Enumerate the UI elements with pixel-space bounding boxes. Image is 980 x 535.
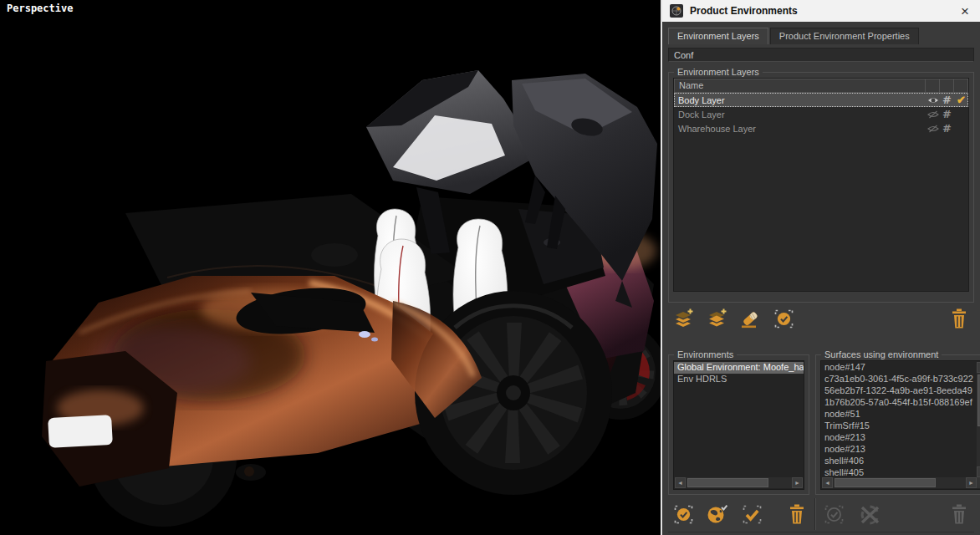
select-check-icon <box>773 308 795 330</box>
add-sublayer-button[interactable] <box>704 306 729 331</box>
close-button[interactable]: × <box>957 4 972 18</box>
scrollbar-thumb[interactable] <box>835 478 936 487</box>
left-arrow-icon: ◄ <box>824 480 830 486</box>
scroll-left-button[interactable]: ◄ <box>822 477 833 488</box>
visibility-toggle[interactable] <box>926 96 940 104</box>
visibility-toggle[interactable] <box>926 125 940 133</box>
environments-toolbar <box>668 498 812 530</box>
active-column-header <box>954 79 968 93</box>
surface-item[interactable]: c73a1eb0-3061-4f5c-a99f-b733c922 <box>821 374 977 385</box>
surface-item[interactable]: 1b76b205-57a0-454f-b15f-088169ef <box>821 397 977 409</box>
bottom-groups: Environments Global Environment: Moofe_h… <box>668 344 974 495</box>
eye-slash-icon <box>927 125 939 133</box>
trash-icon <box>949 308 969 329</box>
select-check-icon <box>823 503 845 526</box>
active-check[interactable]: ✔ <box>954 94 968 106</box>
conf-field[interactable]: Conf <box>668 48 974 62</box>
select-environment-button[interactable] <box>671 502 696 527</box>
eye-slash-icon <box>927 110 939 119</box>
surfaces-group-title: Surfaces using environment <box>821 349 942 359</box>
right-arrow-icon: ► <box>794 480 800 486</box>
layer-row-dock-layer[interactable]: Dock Layer # <box>674 107 968 121</box>
check-icon: ✔ <box>957 94 966 106</box>
surface-item[interactable]: node#213 <box>821 432 977 444</box>
surface-item[interactable]: TrimSrf#15 <box>821 420 977 432</box>
surface-item[interactable]: shell#406 <box>821 456 977 467</box>
viewport-3d[interactable]: Perspective <box>0 0 662 535</box>
hash-indicator[interactable]: # <box>940 108 954 120</box>
environments-group: Environments Global Environment: Moofe_h… <box>668 354 809 495</box>
hash-column-header <box>940 79 954 93</box>
surface-item[interactable]: node#51 <box>821 409 977 420</box>
layer-table-header: Name <box>674 79 968 93</box>
set-global-environment-button[interactable] <box>705 502 730 527</box>
scroll-right-button[interactable]: ► <box>792 477 803 488</box>
vertical-scrollbar[interactable]: ▲ ▼ <box>977 362 980 477</box>
surface-item[interactable]: 56eb2b7f-1322-4a9b-ae91-8eeda49 <box>821 385 977 397</box>
scroll-left-button[interactable]: ◄ <box>675 477 686 488</box>
trash-icon <box>949 503 969 525</box>
left-arrow-icon: ◄ <box>677 480 683 486</box>
tab-bar: Environment Layers Product Environment P… <box>668 28 974 44</box>
panel-body: Environment Layers Product Environment P… <box>662 28 980 535</box>
apply-environment-button[interactable] <box>739 502 764 527</box>
surface-item[interactable]: node#213 <box>821 444 977 456</box>
layers-toolbar <box>668 303 974 334</box>
horizontal-scrollbar[interactable]: ◄ ► <box>675 477 803 488</box>
select-surface-button-disabled[interactable] <box>821 502 846 527</box>
car-render <box>0 0 662 535</box>
delete-layer-button[interactable] <box>947 306 972 331</box>
scroll-down-button[interactable]: ▼ <box>977 466 980 477</box>
horizontal-scrollbar[interactable]: ◄ ► <box>822 477 977 488</box>
tab-environment-layers[interactable]: Environment Layers <box>668 28 768 44</box>
environments-group-title: Environments <box>674 349 737 359</box>
panel-title: Product Environments <box>690 5 951 17</box>
eraser-icon <box>739 308 762 330</box>
right-arrow-icon: ► <box>968 480 974 486</box>
hash-indicator[interactable]: # <box>940 122 954 135</box>
visibility-column-header <box>926 79 940 93</box>
scroll-up-button[interactable]: ▲ <box>977 362 980 373</box>
surfaces-group: Surfaces using environment node#147 c73a… <box>815 354 980 495</box>
rename-layer-button[interactable] <box>738 306 763 331</box>
add-sublayer-icon <box>706 308 728 330</box>
scroll-right-button[interactable]: ► <box>966 477 977 488</box>
visibility-toggle[interactable] <box>926 110 940 119</box>
delete-environment-button[interactable] <box>784 502 809 527</box>
crossed-globe-icon <box>858 503 882 526</box>
tab-product-environment-properties[interactable]: Product Environment Properties <box>770 28 919 44</box>
trash-icon <box>787 503 807 525</box>
front-bumper-plate <box>48 415 113 448</box>
layer-row-wharehouse-layer[interactable]: Wharehouse Layer # <box>674 121 968 135</box>
remove-surface-assignment-button-disabled[interactable] <box>857 502 882 527</box>
layer-row-body-layer[interactable]: Body Layer # ✔ <box>674 93 968 107</box>
scrollbar-thumb[interactable] <box>687 478 768 487</box>
product-environments-icon <box>670 4 683 18</box>
surface-item[interactable]: node#147 <box>821 362 977 374</box>
scrollbar-corner <box>977 477 980 488</box>
environment-item-env-hdrls[interactable]: Env HDRLS <box>674 374 804 385</box>
add-layer-button[interactable] <box>671 306 696 331</box>
hash-indicator[interactable]: # <box>940 94 954 106</box>
check-box-icon <box>741 503 763 526</box>
surfaces-toolbar <box>819 498 974 530</box>
delete-surface-button-disabled[interactable] <box>947 502 972 527</box>
environment-layers-group-title: Environment Layers <box>674 67 763 77</box>
viewport-label[interactable]: Perspective <box>7 3 73 14</box>
add-layer-icon <box>672 308 695 330</box>
layer-table[interactable]: Name Body Layer # ✔ <box>673 78 969 292</box>
environment-item-global[interactable]: Global Environment: Moofe_hangar_2( <box>674 362 804 374</box>
globe-check-icon <box>706 503 729 526</box>
set-active-layer-button[interactable] <box>771 306 796 331</box>
environments-list[interactable]: Global Environment: Moofe_hangar_2( Env … <box>673 360 804 490</box>
surfaces-list[interactable]: node#147 c73a1eb0-3061-4f5c-a99f-b733c92… <box>820 360 980 490</box>
select-check-icon <box>672 503 695 526</box>
bottom-toolbars <box>668 498 974 530</box>
eye-icon <box>927 96 939 104</box>
panel-titlebar[interactable]: Product Environments × <box>662 0 980 22</box>
environment-layers-group: Environment Layers Name Body Layer <box>668 72 974 303</box>
panel-bottom-strip <box>668 532 974 535</box>
product-environments-panel: Product Environments × Environment Layer… <box>661 0 980 535</box>
toolbar-divider <box>814 498 816 530</box>
name-column-header[interactable]: Name <box>674 79 926 93</box>
